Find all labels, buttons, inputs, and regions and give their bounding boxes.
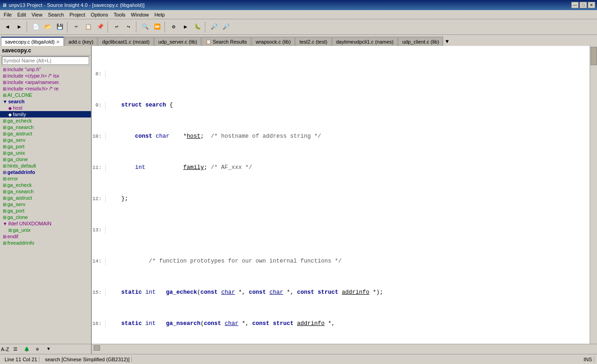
maximize-button[interactable]: □	[580, 2, 587, 8]
tree-item-ga-serv-1[interactable]: ⊞ ga_serv	[0, 137, 91, 143]
zoom-out-button[interactable]: 🔎	[220, 22, 231, 33]
line-number: 8:	[92, 70, 106, 78]
line-code: static int ga_echeck(const char *, const…	[107, 289, 590, 297]
tree-expand-icon: ⊞	[8, 228, 12, 233]
new-button[interactable]: 📄	[30, 22, 41, 33]
tree-item-include-unp[interactable]: ⊞ include "unp.h"	[0, 66, 91, 73]
window-controls[interactable]: — □ ✕	[571, 2, 595, 8]
find-button[interactable]: 🔍	[140, 22, 151, 33]
tree-item-getaddrinfo[interactable]: ⊞ getaddrinfo	[0, 169, 91, 175]
undo-button[interactable]: ↩	[111, 22, 122, 33]
search-results-icon: 📋	[206, 39, 211, 44]
menu-file[interactable]: File	[1, 11, 15, 18]
tree-expand-icon: ⊞	[3, 234, 6, 239]
tree-expand-icon: ◆	[8, 106, 12, 111]
close-button[interactable]: ✕	[588, 2, 595, 8]
code-scroll[interactable]: 8: 9: struct search { 10: const char *ho…	[92, 46, 590, 344]
find-next-button[interactable]: ⏩	[152, 22, 163, 33]
tree-item-ai-clone[interactable]: ⊞ AI_CLONE	[0, 92, 91, 98]
tab-savecopy-close[interactable]: ✕	[56, 39, 60, 45]
menu-project[interactable]: Project	[67, 11, 88, 18]
vertical-scrollbar[interactable]	[590, 46, 597, 344]
tab-wrapsock[interactable]: wrapsock.c (lib)	[252, 37, 295, 46]
tree-item-ga-aistruct-2[interactable]: ⊞ ga_aistruct	[0, 195, 91, 201]
menu-bar: File Edit View Search Project Options To…	[0, 10, 597, 19]
back-button[interactable]: ◀	[2, 22, 13, 33]
horizontal-scrollbar[interactable]	[92, 344, 597, 351]
redo-button[interactable]: ↪	[123, 22, 134, 33]
tree-item-hints-default[interactable]: ⊞ hints_default	[0, 162, 91, 169]
tree-expand-icon: ⊞	[3, 93, 6, 98]
tree-item-ga-clone[interactable]: ⊞ ga_clone	[0, 156, 91, 162]
build-button[interactable]: ⚙	[168, 22, 179, 33]
tree-label: ga_clone	[7, 157, 28, 162]
tree-expand-icon: ⊞	[3, 144, 6, 149]
tree-expand-icon: ◆	[8, 112, 12, 117]
tree-label: ga_nsearch	[7, 124, 34, 130]
tree-item-ga-port-2[interactable]: ⊞ ga_port	[0, 207, 91, 214]
minimize-button[interactable]: —	[571, 2, 579, 8]
tabs-scroll-arrow[interactable]: ▼	[444, 38, 451, 46]
tree-view-button[interactable]: 🌲	[22, 346, 31, 353]
tab-savecopy[interactable]: savecopy.c (libgai\old) ✕	[1, 37, 64, 46]
menu-window[interactable]: Window	[128, 11, 152, 18]
tree-item-ga-nsearch-2[interactable]: ⊞ ga_nsearch	[0, 188, 91, 195]
tree-item-ga-echeck-1[interactable]: ⊞ ga_echeck	[0, 118, 91, 124]
tree-item-family[interactable]: ◆ family	[0, 111, 91, 118]
menu-tools[interactable]: Tools	[111, 11, 128, 18]
status-bar: Line 11 Col 21 search [Chinese Simplifie…	[0, 354, 597, 364]
tree-expand-icon: ⊞	[3, 73, 6, 78]
tab-test2[interactable]: test2.c (test)	[295, 37, 332, 46]
tree-item-host[interactable]: ◆ host	[0, 105, 91, 111]
tree-item-freeaddrinfo[interactable]: ⊞ freeaddrinfo	[0, 240, 91, 246]
save-button[interactable]: 💾	[54, 22, 65, 33]
symbol-search-input[interactable]	[2, 56, 89, 65]
debug-button[interactable]: 🐛	[192, 22, 203, 33]
zoom-in-button[interactable]: 🔎	[208, 22, 220, 33]
sidebar-filename: savecopy.c	[0, 46, 91, 56]
code-line-9: 9: struct search {	[92, 101, 590, 109]
settings-button[interactable]: ⚙	[33, 346, 42, 353]
tree-item-endif[interactable]: ⊞ endif	[0, 233, 91, 240]
forward-button[interactable]: ▶	[14, 22, 25, 33]
tab-search-results[interactable]: 📋 Search Results	[202, 37, 251, 46]
run-button[interactable]: ▶	[180, 22, 191, 33]
tree-expand-icon: ⊞	[3, 131, 6, 136]
copy-button[interactable]: 📋	[83, 22, 94, 33]
tree-item-ga-aistruct-1[interactable]: ⊞ ga_aistruct	[0, 130, 91, 137]
tree-item-ga-echeck-2[interactable]: ⊞ ga_echeck	[0, 182, 91, 188]
tree-item-ga-clone-2[interactable]: ⊞ ga_clone	[0, 214, 91, 220]
line-code: const char *host; /* hostname of address…	[107, 133, 590, 140]
menu-edit[interactable]: Edit	[15, 11, 29, 18]
tree-label: ga_unix	[13, 227, 31, 233]
tree-item-ga-nsearch-1[interactable]: ⊞ ga_nsearch	[0, 124, 91, 130]
list-view-button[interactable]: ☰	[11, 346, 20, 353]
tree-item-ifdef[interactable]: ▼ ifdef UNIXDOMAIN	[0, 220, 91, 227]
cut-button[interactable]: ✂	[71, 22, 82, 33]
tree-expand-icon: ⊞	[3, 163, 6, 168]
toolbar-sep-1	[27, 22, 28, 33]
tab-udp-server[interactable]: udp_server.c (lib)	[154, 37, 201, 46]
menu-options[interactable]: Options	[88, 11, 111, 18]
code-line-15: 15: static int ga_echeck(const char *, c…	[92, 289, 590, 297]
open-button[interactable]: 📂	[42, 22, 53, 33]
tree-item-ga-unix-1[interactable]: ⊞ ga_unix	[0, 150, 91, 156]
tab-daytime[interactable]: daytimeudpcli1.c (names)	[332, 37, 398, 46]
menu-help[interactable]: Help	[152, 11, 168, 18]
tree-item-include-ctype[interactable]: ⊞ include <ctype.h> /* isx	[0, 73, 91, 79]
menu-search[interactable]: Search	[45, 11, 67, 18]
tree-item-search-struct[interactable]: ▼ search	[0, 98, 91, 105]
line-number: 13:	[92, 226, 106, 234]
tab-udp-client[interactable]: udp_client.c (lib)	[398, 37, 443, 46]
tree-item-ga-serv-2[interactable]: ⊞ ga_serv	[0, 201, 91, 207]
tab-dgclibcast[interactable]: dgclibcast1.c (mcast)	[98, 37, 153, 46]
tree-item-ga-unix-2[interactable]: ⊞ ga_unix	[0, 227, 91, 233]
tree-item-include-arpa[interactable]: ⊞ include <arpa/nameser.	[0, 79, 91, 85]
tree-item-ga-port-1[interactable]: ⊞ ga_port	[0, 143, 91, 150]
menu-view[interactable]: View	[29, 11, 45, 18]
options-button[interactable]: ▼	[44, 346, 53, 353]
tree-item-include-resolv[interactable]: ⊞ include <resolv.h> /* re	[0, 85, 91, 92]
paste-button[interactable]: 📌	[95, 22, 106, 33]
tree-item-error[interactable]: ⊞ error	[0, 175, 91, 182]
tab-add[interactable]: add.c (key)	[64, 37, 97, 46]
